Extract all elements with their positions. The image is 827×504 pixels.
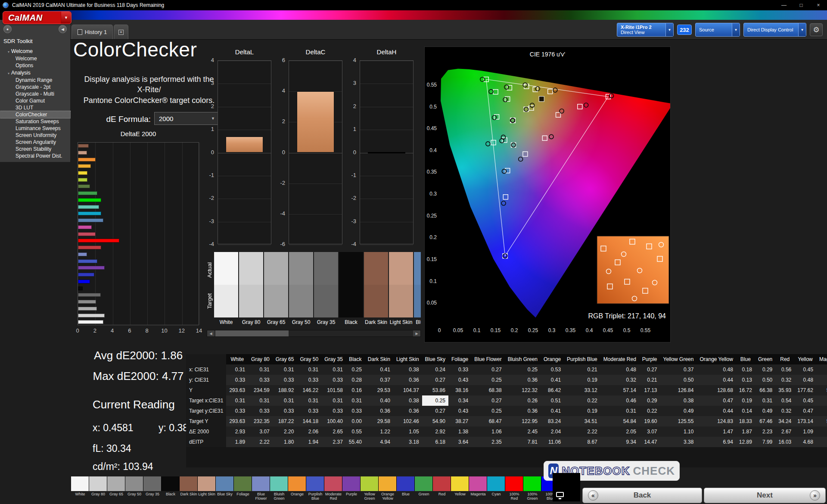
- cell-gray-65-deitp[interactable]: 1.80: [273, 437, 297, 447]
- cell-gray-50-de[interactable]: 2.06: [297, 426, 321, 437]
- cell-gray-35-y[interactable]: 0.33: [321, 375, 346, 385]
- cell-dark-skin-x[interactable]: 0.41: [365, 364, 393, 375]
- cell-gray-50-x[interactable]: 0.31: [297, 364, 321, 375]
- cell-blue-ty[interactable]: 0.14: [736, 406, 755, 416]
- cell-moderate-red-tx[interactable]: 0.46: [600, 395, 639, 406]
- cell-orange-yellow-x[interactable]: 0.48: [696, 364, 736, 375]
- new-history-tab-button[interactable]: +: [114, 25, 128, 39]
- cell-foliage-de[interactable]: 1.38: [448, 426, 471, 437]
- cell-foliage-Y[interactable]: 38.16: [448, 385, 471, 395]
- cell-gray-50-tx[interactable]: 0.31: [297, 395, 321, 406]
- chevron-down-icon[interactable]: ▼: [61, 12, 71, 24]
- cell-gray-35-de[interactable]: 2.65: [321, 426, 346, 437]
- cell-blue-flower-deitp[interactable]: 2.35: [471, 437, 504, 447]
- calman-logo[interactable]: CalMAN ▼: [3, 11, 72, 24]
- cell-yellow-green-y[interactable]: 0.50: [660, 375, 697, 385]
- cell-gray-80-Y[interactable]: 234.59: [248, 385, 273, 395]
- chevron-down-icon[interactable]: ▼: [665, 23, 673, 36]
- cell-red-tY[interactable]: 34.24: [775, 416, 794, 426]
- cell-blue-flower-de[interactable]: 1.06: [471, 426, 504, 437]
- sidebar-item-dynamic-range[interactable]: Dynamic Range: [0, 77, 70, 84]
- strip-patch-gray-80[interactable]: Gray 80: [89, 476, 107, 501]
- cell-foliage-tY[interactable]: 38.27: [448, 416, 471, 426]
- cell-bluish-green-deitp[interactable]: 7.81: [505, 437, 541, 447]
- cell-black-tx[interactable]: 0.31: [346, 395, 365, 406]
- cell-magenta-y[interactable]: 0.25: [816, 375, 827, 385]
- close-button[interactable]: ×: [810, 0, 827, 10]
- cell-moderate-red-Y[interactable]: 57.14: [600, 385, 639, 395]
- strip-patch-red[interactable]: Red: [433, 476, 451, 501]
- cell-moderate-red-deitp[interactable]: 9.34: [600, 437, 639, 447]
- strip-patch-gray-50[interactable]: Gray 50: [125, 476, 143, 501]
- cell-yellow-green-ty[interactable]: 0.49: [660, 406, 697, 416]
- cell-white-Y[interactable]: 293.63: [226, 385, 248, 395]
- cell-moderate-red-x[interactable]: 0.48: [600, 364, 639, 375]
- cell-gray-80-x[interactable]: 0.31: [248, 364, 273, 375]
- strip-patch-yellow-green[interactable]: Yellow Green: [361, 476, 379, 501]
- sidebar-section-welcome[interactable]: ▾Welcome: [0, 47, 70, 55]
- cell-foliage-ty[interactable]: 0.43: [448, 406, 471, 416]
- cell-gray-50-deitp[interactable]: 1.94: [297, 437, 321, 447]
- cell-blue-flower-tx[interactable]: 0.27: [471, 395, 504, 406]
- cell-gray-80-tx[interactable]: 0.31: [248, 395, 273, 406]
- sidebar-item-options[interactable]: Options: [0, 62, 70, 69]
- strip-patch-gray-35[interactable]: Gray 35: [143, 476, 162, 501]
- cell-white-y[interactable]: 0.33: [226, 375, 248, 385]
- cell-black-y[interactable]: 0.28: [346, 375, 365, 385]
- sidebar-item-3d-lut[interactable]: 3D LUT: [0, 104, 70, 111]
- cell-orange-yellow-deitp[interactable]: 6.94: [696, 437, 736, 447]
- cell-yellow-y[interactable]: 0.48: [794, 375, 816, 385]
- cell-green-tx[interactable]: 0.31: [755, 395, 775, 406]
- cell-yellow-deitp[interactable]: 4.68: [794, 437, 816, 447]
- cell-purple-de[interactable]: 3.07: [639, 426, 660, 437]
- cell-blue-x[interactable]: 0.18: [736, 364, 755, 375]
- cell-moderate-red-ty[interactable]: 0.31: [600, 406, 639, 416]
- minimize-button[interactable]: —: [775, 0, 793, 10]
- cell-yellow-x[interactable]: 0.45: [794, 364, 816, 375]
- cell-dark-skin-tY[interactable]: 29.58: [365, 416, 393, 426]
- strip-patch-light-skin[interactable]: Light Skin: [198, 476, 216, 501]
- tab-history-1[interactable]: History 1: [72, 25, 113, 39]
- cell-white-x[interactable]: 0.31: [226, 364, 248, 375]
- cell-bluish-green-x[interactable]: 0.25: [505, 364, 541, 375]
- cell-gray-35-deitp[interactable]: 2.37: [321, 437, 346, 447]
- cell-orange-Y[interactable]: 86.42: [541, 385, 564, 395]
- cell-magenta-tY[interactable]: 55.28: [816, 416, 827, 426]
- cell-red-ty[interactable]: 0.32: [775, 406, 794, 416]
- strip-patch-purple[interactable]: Purple: [342, 476, 361, 501]
- cell-orange-yellow-tY[interactable]: 124.83: [696, 416, 736, 426]
- cell-dark-skin-de[interactable]: 1.22: [365, 426, 393, 437]
- cell-yellow-tx[interactable]: 0.45: [794, 395, 816, 406]
- cell-dark-skin-tx[interactable]: 0.40: [365, 395, 393, 406]
- cell-purplish-blue-x[interactable]: 0.21: [564, 364, 600, 375]
- cell-foliage-x[interactable]: 0.33: [448, 364, 471, 375]
- sidebar-item-saturation-sweeps[interactable]: Saturation Sweeps: [0, 118, 70, 125]
- sidebar-item-screen-angularity[interactable]: Screen Angularity: [0, 139, 70, 146]
- cell-purple-y[interactable]: 0.21: [639, 375, 660, 385]
- cell-bluish-green-de[interactable]: 2.45: [505, 426, 541, 437]
- strip-patch-100-green[interactable]: 100% Green: [523, 476, 541, 501]
- cell-magenta-tx[interactable]: 0.37: [816, 395, 827, 406]
- cell-red-tx[interactable]: 0.54: [775, 395, 794, 406]
- cell-gray-35-tx[interactable]: 0.31: [321, 395, 346, 406]
- cell-light-skin-x[interactable]: 0.38: [393, 364, 422, 375]
- cell-orange-x[interactable]: 0.53: [541, 364, 564, 375]
- strip-patch-white[interactable]: White: [71, 476, 89, 501]
- back-button[interactable]: « Back: [582, 488, 702, 503]
- strip-patch-bluish-green[interactable]: Bluish Green: [270, 476, 288, 501]
- chevron-down-icon[interactable]: ▼: [732, 23, 740, 36]
- sidebar-item-screen-stability[interactable]: Screen Stability: [0, 146, 70, 152]
- cell-blue-tY[interactable]: 18.33: [736, 416, 755, 426]
- strip-patch-orange-yellow[interactable]: Orange Yellow: [379, 476, 397, 501]
- strip-patch-yellow[interactable]: Yellow: [451, 476, 469, 501]
- cell-bluish-green-Y[interactable]: 122.32: [505, 385, 541, 395]
- cell-red-de[interactable]: 2.67: [775, 426, 794, 437]
- scroll-right-icon[interactable]: ▶: [413, 330, 420, 336]
- cell-yellow-ty[interactable]: 0.47: [794, 406, 816, 416]
- strip-patch-orange[interactable]: Orange: [288, 476, 306, 501]
- cell-gray-65-y[interactable]: 0.33: [273, 375, 297, 385]
- cell-purplish-blue-de[interactable]: 2.22: [564, 426, 600, 437]
- cell-yellow-green-tY[interactable]: 125.55: [660, 416, 697, 426]
- cell-blue-sky-tx[interactable]: 0.25: [422, 395, 448, 406]
- cell-dark-skin-ty[interactable]: 0.36: [365, 406, 393, 416]
